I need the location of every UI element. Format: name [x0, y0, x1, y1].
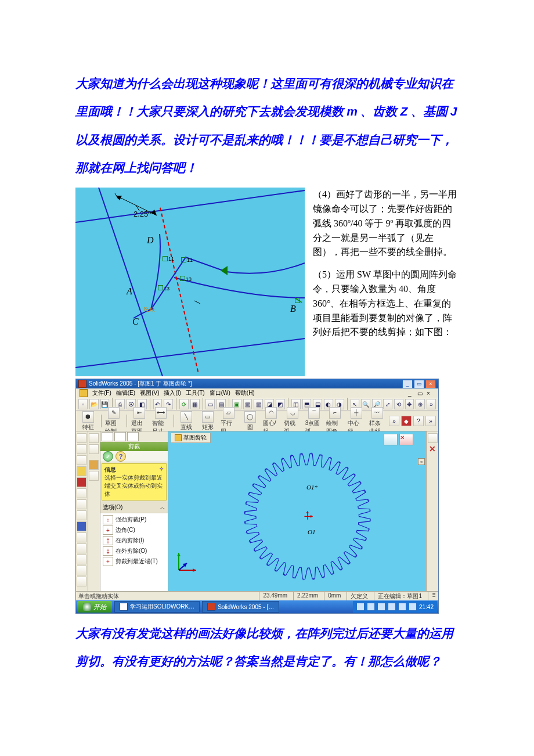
- strip-icon[interactable]: [77, 555, 86, 564]
- tray-icon[interactable]: [377, 603, 385, 611]
- close-button[interactable]: ×: [425, 380, 436, 388]
- svg-line-9: [194, 301, 200, 304]
- pin-icon[interactable]: ✧: [159, 466, 164, 474]
- strip-icon[interactable]: [89, 471, 99, 481]
- graphics-canvas[interactable]: 草图齿轮 ✕ «: [168, 431, 426, 591]
- right-tool-strip[interactable]: ✕: [426, 431, 438, 591]
- new-icon[interactable]: ▫: [78, 399, 88, 409]
- tray-icon[interactable]: [388, 603, 396, 611]
- menu-insert[interactable]: 插入(I): [164, 389, 181, 397]
- option-row[interactable]: +边角(C): [102, 525, 167, 535]
- option-icon: +: [103, 557, 113, 566]
- circle-button[interactable]: ◯圆: [240, 411, 260, 432]
- strip-icon[interactable]: [77, 543, 86, 553]
- overflow-icon[interactable]: »: [389, 416, 399, 426]
- status-x: 23.49mm: [259, 592, 287, 600]
- panel-message: 信息 ✧ 选择一实体剪裁到最近端交叉实体或拖动到实体: [102, 463, 167, 501]
- option-row[interactable]: +剪裁到最近端(T): [102, 556, 167, 567]
- strip-icon[interactable]: [77, 488, 86, 498]
- windows-logo-icon: [83, 603, 91, 611]
- overflow-icon[interactable]: »: [427, 399, 436, 409]
- sketch-node: [181, 257, 186, 262]
- panel-tab-row[interactable]: [100, 431, 168, 442]
- maximize-button[interactable]: ▭: [414, 380, 424, 388]
- strip-icon[interactable]: [77, 466, 86, 476]
- panel-tab[interactable]: [114, 432, 126, 441]
- taskbar-item[interactable]: 学习运用SOLIDWORK…: [114, 601, 200, 613]
- strip-icon[interactable]: [77, 521, 86, 531]
- task-icon: [207, 603, 215, 611]
- system-tray[interactable]: 21:42: [353, 601, 437, 613]
- strip-icon[interactable]: [89, 460, 99, 470]
- tool-icon[interactable]: ⊕: [416, 399, 425, 409]
- doc-icon: [80, 389, 88, 397]
- panel-tab[interactable]: [102, 432, 113, 441]
- menu-bar[interactable]: 文件(F) 编辑(E) 视图(V) 插入(I) 工具(T) 窗口(W) 帮助(H…: [76, 388, 438, 398]
- variable-m: m: [347, 105, 358, 118]
- strip-icon[interactable]: [77, 433, 86, 443]
- open-icon[interactable]: 📂: [89, 399, 99, 409]
- left-tool-strip-2[interactable]: [88, 431, 100, 591]
- menu-tools[interactable]: 工具(T): [186, 389, 205, 397]
- menu-help[interactable]: 帮助(H): [235, 389, 255, 397]
- menu-view[interactable]: 视图(V): [140, 389, 159, 397]
- tray-icon[interactable]: [398, 603, 406, 611]
- ok-button[interactable]: ✓: [103, 451, 113, 462]
- start-button[interactable]: 开始: [77, 601, 112, 613]
- strip-icon[interactable]: [77, 499, 86, 509]
- intro-text-1d: 以及根圆的关系。设计可不是乱来的哦！！！要是不想自己研究一下，那就在网上找问答吧…: [75, 133, 453, 175]
- windows-taskbar[interactable]: 开始 学习运用SOLIDWORK… SolidWorks 2005 - […: [76, 600, 438, 613]
- features-button[interactable]: ⬢特征: [78, 411, 98, 432]
- property-manager-panel[interactable]: 剪裁 ✓ ? 信息 ✧ 选择一实体剪裁到最近端交叉实体或拖动到实体 选项(O): [100, 431, 168, 591]
- sketch-node: [158, 285, 163, 290]
- option-row[interactable]: ‡在内剪除(I): [102, 535, 167, 546]
- strip-icon[interactable]: [428, 433, 438, 443]
- strip-icon[interactable]: [77, 566, 86, 575]
- command-toolbar[interactable]: ⬢特征 ✎草图绘制 ⇤退出草图 ⟷智能尺寸 ╲直线 ▭矩形 ▱平行四… ◯圆 ◠…: [76, 411, 438, 431]
- panel-tab[interactable]: [127, 432, 139, 441]
- pan-icon[interactable]: ✥: [405, 399, 414, 409]
- option-row[interactable]: ‡在外剪除(O): [102, 546, 167, 556]
- tray-icon[interactable]: [409, 603, 417, 611]
- mdi-close-button[interactable]: ×: [427, 390, 435, 397]
- strip-close-icon[interactable]: ✕: [428, 444, 437, 453]
- strip-icon[interactable]: [77, 455, 86, 465]
- strip-icon[interactable]: [77, 444, 86, 454]
- left-tool-strip-1[interactable]: [76, 431, 88, 591]
- chevron-up-icon[interactable]: ︿: [160, 503, 165, 512]
- mdi-restore-button[interactable]: ▭: [417, 390, 425, 397]
- sketch-figure: 11 11 13 13 A B C D 2.25º: [75, 188, 305, 376]
- rotate-icon[interactable]: ⟲: [394, 399, 403, 409]
- strip-icon[interactable]: [77, 532, 86, 542]
- options-header[interactable]: 选项(O) ︿: [100, 502, 168, 513]
- mdi-minimize-button[interactable]: _: [408, 390, 416, 397]
- task-icon: [120, 603, 128, 611]
- svg-marker-20: [193, 568, 196, 572]
- select-icon[interactable]: ▭: [205, 399, 215, 409]
- strip-icon[interactable]: [77, 510, 86, 520]
- menu-window[interactable]: 窗口(W): [210, 389, 230, 397]
- strip-icon[interactable]: [77, 577, 86, 586]
- line-button[interactable]: ╲直线: [176, 411, 196, 432]
- tool-icon[interactable]: ▦: [190, 399, 200, 409]
- strip-icon[interactable]: [89, 433, 99, 443]
- menu-file[interactable]: 文件(F): [92, 389, 111, 397]
- node-tag: 13: [164, 286, 169, 291]
- minimize-button[interactable]: _: [402, 380, 413, 388]
- color-icon[interactable]: ◆: [401, 416, 412, 426]
- option-row[interactable]: ↕强劲剪裁(P): [102, 514, 167, 525]
- taskbar-item[interactable]: SolidWorks 2005 - […: [202, 601, 279, 613]
- overflow-icon[interactable]: »: [425, 416, 436, 426]
- help-icon[interactable]: ?: [413, 416, 424, 426]
- rebuild-icon[interactable]: ⟳: [179, 399, 189, 409]
- view-triad-icon: [174, 549, 200, 575]
- strip-icon[interactable]: [77, 477, 86, 487]
- strip-icon[interactable]: [89, 444, 99, 454]
- menu-edit[interactable]: 编辑(E): [116, 389, 135, 397]
- rect-button[interactable]: ▭矩形: [198, 411, 218, 432]
- panel-help-button[interactable]: ?: [116, 451, 126, 462]
- tray-icon[interactable]: [356, 603, 365, 611]
- tray-icon[interactable]: [367, 603, 375, 611]
- window-titlebar[interactable]: SolidWorks 2005 - [草图1 于 草图齿轮 *] _ ▭ ×: [76, 379, 438, 388]
- view-icon[interactable]: ▨: [243, 399, 252, 409]
